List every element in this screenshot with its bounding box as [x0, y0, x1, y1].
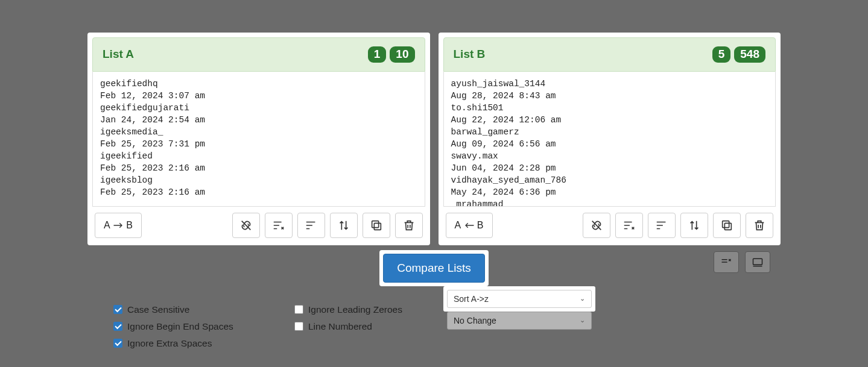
list-a-header: List A 1 10 [92, 37, 425, 72]
compare-highlight: Compare Lists [379, 250, 489, 286]
delete-button-b[interactable] [746, 213, 773, 238]
list-b-header: List B 5 548 [443, 37, 776, 72]
sort-select[interactable]: Sort A->z ⌄ [447, 290, 592, 308]
case-change-select[interactable]: No Change ⌄ [447, 312, 592, 330]
sort-icon [655, 219, 668, 232]
svg-rect-3 [723, 221, 729, 228]
ignore-extra-spaces-label: Ignore Extra Spaces [127, 338, 212, 349]
list-b-badge-2: 548 [734, 46, 765, 63]
list-a-badge-2: 10 [390, 46, 414, 63]
fullscreen-button[interactable] [745, 251, 770, 273]
copy-button-a[interactable] [363, 213, 390, 238]
unlink-icon [239, 219, 253, 232]
move-a-to-b-button[interactable]: A B [95, 213, 142, 238]
svg-rect-2 [724, 223, 731, 230]
unlink-button-b[interactable] [583, 213, 610, 238]
list-b-badge-1: 5 [712, 46, 731, 63]
line-numbered-label: Line Numbered [308, 321, 372, 332]
copy-icon [370, 219, 383, 232]
clear-sort-button-b[interactable] [615, 213, 643, 238]
list-a-panel: List A 1 10 geekifiedhq Feb 12, 2024 3:0… [87, 33, 430, 245]
trash-icon [753, 219, 766, 232]
ignore-begin-end-checkbox[interactable]: Ignore Begin End Spaces [113, 321, 270, 332]
case-sensitive-checkbox[interactable]: Case Sensitive [113, 304, 270, 315]
sort-icon [305, 219, 318, 232]
move-label-a-b: A [455, 220, 461, 231]
trash-icon [402, 219, 416, 232]
list-b-badges: 5 548 [712, 46, 765, 63]
sort-select-highlight: Sort A->z ⌄ [443, 286, 595, 312]
list-b-textarea[interactable]: ayush_jaiswal_3144 Aug 28, 2024 8:43 am … [443, 72, 776, 207]
monitor-icon [752, 256, 764, 268]
clear-sort-button-a[interactable] [265, 213, 293, 238]
move-label-b: B [126, 220, 133, 231]
svg-rect-4 [753, 259, 762, 265]
clear-sort-icon [272, 219, 285, 232]
case-sensitive-label: Case Sensitive [127, 304, 189, 315]
checkbox-icon [294, 305, 303, 314]
collapse-options-button[interactable] [714, 251, 739, 273]
checkbox-icon [113, 305, 122, 314]
unlink-button-a[interactable] [232, 213, 260, 238]
ignore-leading-zeroes-checkbox[interactable]: Ignore Leading Zeroes [294, 304, 451, 315]
list-a-badge-1: 1 [368, 46, 387, 63]
checkbox-icon [294, 322, 303, 331]
sort-button-b[interactable] [648, 213, 676, 238]
compare-lists-button[interactable]: Compare Lists [383, 254, 485, 283]
collapse-icon [720, 256, 732, 268]
ignore-leading-zeroes-label: Ignore Leading Zeroes [308, 304, 402, 315]
move-label-b-b: B [477, 220, 484, 231]
delete-button-a[interactable] [395, 213, 423, 238]
svg-rect-0 [374, 223, 381, 230]
clear-sort-icon [622, 219, 636, 232]
move-label-a: A [104, 220, 110, 231]
swap-button-b[interactable] [680, 213, 708, 238]
list-b-toolbar: A B [443, 207, 776, 240]
arrow-right-icon [113, 221, 124, 230]
swap-button-a[interactable] [330, 213, 358, 238]
list-a-badges: 1 10 [368, 46, 415, 63]
list-a-toolbar: A B [92, 207, 425, 240]
case-change-value: No Change [454, 316, 496, 325]
swap-vertical-icon [688, 219, 701, 232]
chevron-down-icon: ⌄ [580, 316, 585, 324]
ignore-begin-end-label: Ignore Begin End Spaces [127, 321, 233, 332]
swap-vertical-icon [337, 219, 350, 232]
unlink-icon [590, 219, 603, 232]
checkbox-icon [113, 339, 122, 348]
line-numbered-checkbox[interactable]: Line Numbered [294, 321, 451, 332]
sort-select-value: Sort A->z [454, 294, 489, 304]
list-a-title: List A [103, 48, 134, 61]
sort-button-a[interactable] [297, 213, 325, 238]
list-b-panel: List B 5 548 ayush_jaiswal_3144 Aug 28, … [439, 33, 781, 245]
move-b-to-a-button[interactable]: A B [446, 213, 493, 238]
copy-button-b[interactable] [713, 213, 741, 238]
chevron-down-icon: ⌄ [580, 295, 585, 303]
list-a-textarea[interactable]: geekifiedhq Feb 12, 2024 3:07 am geekifi… [92, 72, 425, 207]
copy-icon [720, 219, 733, 232]
ignore-extra-spaces-checkbox[interactable]: Ignore Extra Spaces [113, 338, 270, 349]
arrow-left-icon [464, 221, 475, 230]
list-b-title: List B [454, 48, 486, 61]
checkbox-icon [113, 322, 122, 331]
svg-rect-1 [372, 221, 378, 228]
